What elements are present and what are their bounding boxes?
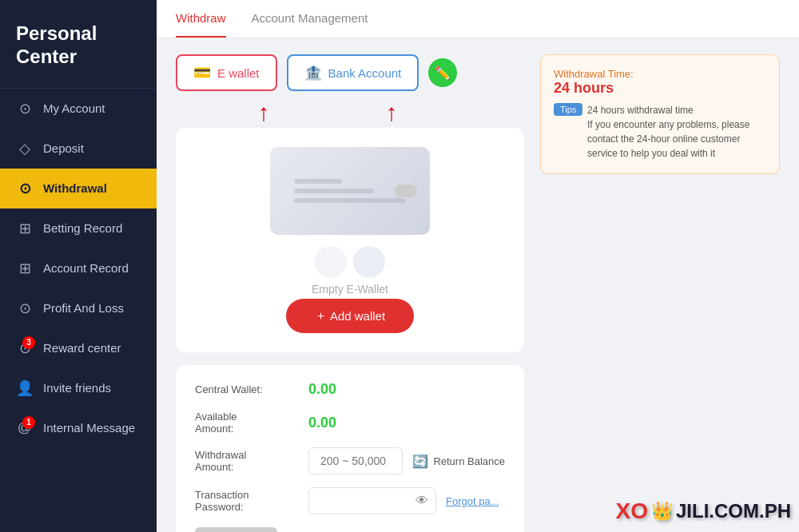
empty-card-visual: [270, 147, 430, 235]
sidebar: PersonalCenter ⊙ My Account ◇ Deposit ⊙ …: [0, 0, 157, 532]
available-amount-label: AvailableAmount:: [195, 411, 299, 435]
content-area: 💳 E wallet 🏦 Bank Account ✏️ ↑: [157, 38, 799, 532]
ewallet-arrow-up: ↑: [258, 101, 270, 125]
card-toggle: [395, 185, 417, 197]
wallet-card-area: Empty E-Wallet ＋ Add wallet: [176, 128, 524, 352]
message-badge: 1: [22, 416, 35, 429]
account-icon: ⊙: [16, 100, 34, 117]
tips-row: Tips 24 hours withdrawal timeIf you enco…: [554, 103, 766, 161]
main-content: Withdraw Account Management 💳 E wallet 🏦…: [157, 0, 799, 532]
central-wallet-value: 0.00: [308, 381, 336, 398]
sidebar-item-label: Profit And Loss: [43, 301, 124, 315]
central-wallet-row: Central Wallet: 0.00: [195, 381, 505, 398]
withdrawal-amount-input[interactable]: [308, 447, 403, 474]
sidebar-item-withdrawal[interactable]: ⊙ Withdrawal: [0, 169, 157, 208]
sidebar-item-label: My Account: [43, 101, 105, 115]
ewallet-icon: 💳: [193, 64, 211, 81]
forgot-password-link[interactable]: Forgot pa...: [446, 495, 499, 507]
withdrawal-input-wrap: [308, 447, 403, 474]
edit-icon: ✏️: [435, 66, 451, 81]
submit-button[interactable]: Submit: [195, 527, 277, 532]
sidebar-item-label: Withdrawal: [43, 181, 107, 195]
sidebar-item-label: Account Record: [43, 261, 129, 275]
withdrawal-time-label: Withdrawal Time:: [554, 68, 766, 80]
submit-row: Submit Remaining Number of Withdrawal To…: [195, 527, 505, 532]
withdrawal-time-value: 24 hours: [554, 80, 766, 97]
card-line-1: [294, 179, 342, 184]
wallet-buttons-row: 💳 E wallet 🏦 Bank Account ✏️: [176, 54, 524, 91]
refresh-icon: 🔄: [412, 454, 428, 469]
return-balance-button[interactable]: 🔄 Return Balance: [412, 454, 505, 469]
deposit-icon: ◇: [16, 140, 34, 157]
transaction-password-row: TransactionPassword: 👁 Forgot pa...: [195, 487, 505, 514]
account-record-icon: ⊞: [16, 260, 34, 277]
transaction-password-label: TransactionPassword:: [195, 489, 299, 513]
bank-arrow-up: ↑: [386, 101, 398, 125]
bank-account-button[interactable]: 🏦 Bank Account: [287, 54, 419, 91]
sidebar-item-profit-loss[interactable]: ⊙ Profit And Loss: [0, 288, 157, 328]
eye-icon[interactable]: 👁: [415, 494, 428, 508]
withdrawal-icon: ⊙: [16, 180, 34, 197]
profit-icon: ⊙: [16, 300, 34, 317]
sidebar-title: PersonalCenter: [0, 0, 157, 89]
edit-button[interactable]: ✏️: [428, 58, 457, 87]
withdrawal-info-box: Withdrawal Time: 24 hours Tips 24 hours …: [540, 54, 780, 174]
betting-icon: ⊞: [16, 220, 34, 237]
sidebar-item-label: Reward center: [43, 341, 121, 355]
card-line-2: [294, 189, 374, 193]
bank-icon: 🏦: [304, 64, 322, 81]
available-amount-row: AvailableAmount: 0.00: [195, 411, 505, 435]
tips-text: 24 hours withdrawal timeIf you encounter…: [587, 103, 766, 161]
sidebar-item-my-account[interactable]: ⊙ My Account: [0, 89, 157, 129]
plus-icon: ＋: [315, 308, 327, 324]
withdrawal-amount-label: WithdrawalAmount:: [195, 449, 299, 473]
invite-icon: 👤: [16, 379, 34, 397]
reward-badge: 3: [22, 336, 35, 349]
tab-bar: Withdraw Account Management: [157, 0, 799, 38]
sidebar-item-betting-record[interactable]: ⊞ Betting Record: [0, 208, 157, 248]
sidebar-item-label: Internal Message: [43, 421, 135, 435]
sidebar-item-label: Betting Record: [43, 221, 122, 235]
sidebar-item-internal-message[interactable]: 1 @ Internal Message: [0, 408, 157, 447]
empty-label: Empty E-Wallet: [312, 283, 388, 296]
sidebar-item-account-record[interactable]: ⊞ Account Record: [0, 248, 157, 288]
sidebar-item-invite-friends[interactable]: 👤 Invite friends: [0, 368, 157, 408]
tab-account-management[interactable]: Account Management: [252, 0, 368, 38]
sidebar-item-deposit[interactable]: ◇ Deposit: [0, 129, 157, 169]
sidebar-item-label: Invite friends: [43, 381, 111, 395]
add-wallet-button[interactable]: ＋ Add wallet: [286, 299, 414, 333]
ewallet-button[interactable]: 💳 E wallet: [176, 54, 277, 91]
central-wallet-label: Central Wallet:: [195, 383, 299, 395]
right-panel: Withdrawal Time: 24 hours Tips 24 hours …: [540, 54, 780, 532]
form-section: Central Wallet: 0.00 AvailableAmount: 0.…: [176, 365, 524, 532]
available-amount-value: 0.00: [308, 415, 336, 431]
left-panel: 💳 E wallet 🏦 Bank Account ✏️ ↑: [176, 54, 524, 532]
password-input-wrap: 👁: [308, 487, 436, 514]
card-line-3: [294, 198, 406, 203]
tips-badge: Tips: [554, 103, 582, 116]
card-lines: [294, 179, 406, 203]
sidebar-item-reward-center[interactable]: 3 ⊙ Reward center: [0, 328, 157, 368]
sidebar-item-label: Deposit: [43, 141, 84, 155]
tab-withdraw[interactable]: Withdraw: [176, 0, 226, 38]
withdrawal-amount-row: WithdrawalAmount: 🔄 Return Balance: [195, 447, 505, 474]
